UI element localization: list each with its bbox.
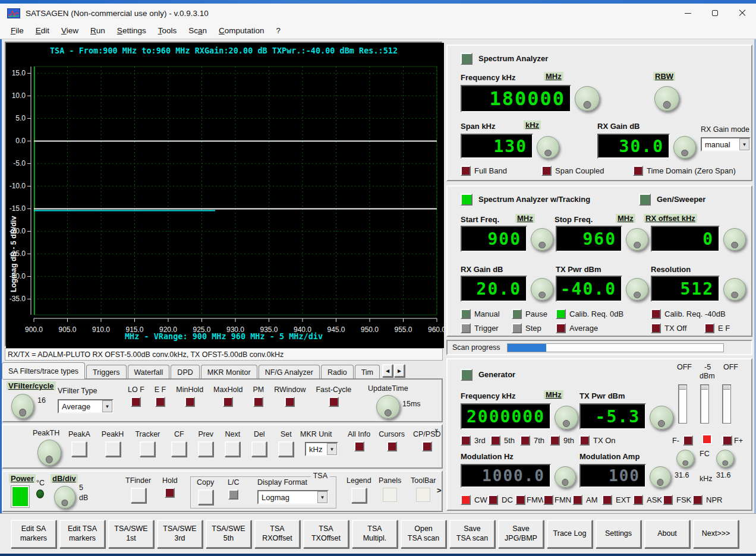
full-band-check[interactable]: Full Band (461, 166, 507, 176)
gen-frequency-knob[interactable] (555, 406, 578, 429)
vfilter-cycle-knob[interactable] (11, 394, 34, 419)
tracking-rx-gain-knob[interactable] (531, 278, 553, 301)
tx-pwr-knob[interactable] (626, 278, 648, 301)
menu-view[interactable]: View (55, 24, 84, 37)
peakh-button[interactable] (105, 441, 121, 457)
tx-on-checkbox[interactable] (579, 435, 590, 446)
lc-checkbox[interactable] (228, 489, 238, 500)
tsa-multipl-button[interactable]: TSA Multipl. (352, 520, 398, 548)
mode-ext-check[interactable]: EXT (602, 495, 631, 505)
f-plus-checkbox[interactable] (722, 435, 732, 446)
save-tsa-scan-button[interactable]: Save TSA scan (449, 520, 495, 548)
filter-check-ef[interactable]: E F (155, 386, 166, 407)
power-label[interactable]: Power (9, 474, 36, 483)
start-freq-unit-label[interactable]: MHz (515, 214, 535, 223)
trigger-checkbox[interactable] (461, 323, 471, 333)
gen-level-slider-2[interactable] (700, 384, 709, 424)
sa-rbw-knob[interactable] (654, 86, 679, 111)
modulation-amp-knob[interactable] (650, 466, 671, 488)
fc-checkbox[interactable] (702, 434, 712, 444)
tab-radio[interactable]: Radio (321, 365, 354, 379)
menu-settings[interactable]: Settings (111, 24, 152, 37)
vfilter-cycle-label[interactable]: VFilter/cycle (7, 381, 56, 390)
sa-span-knob[interactable] (537, 136, 559, 159)
power-button[interactable] (11, 486, 29, 507)
span-coupled-check[interactable]: Span Coupled (541, 166, 604, 176)
sa-rbw-label[interactable]: RBW (653, 72, 675, 81)
start-freq-knob[interactable] (531, 228, 553, 251)
average-checkbox[interactable] (556, 323, 566, 333)
filter-check-minhold[interactable]: MinHold (176, 386, 203, 407)
step-checkbox[interactable] (512, 323, 522, 333)
menu-help[interactable]: ? (270, 24, 287, 37)
sa-enable-checkbox[interactable] (461, 53, 472, 65)
npr-checkbox[interactable] (692, 495, 703, 505)
harmonic-9th-check[interactable]: 9th (550, 435, 574, 446)
filter-check-fastcycle[interactable]: Fast-Cycle (316, 386, 351, 407)
f-plus-knob[interactable] (716, 450, 734, 467)
f-minus-knob[interactable] (676, 450, 694, 467)
mode-cw-check[interactable]: CW (461, 495, 487, 505)
gen-level-slider-3[interactable] (722, 384, 731, 424)
calib-40db-check[interactable]: Calib. Req. -40dB (651, 309, 726, 319)
tx-off-checkbox[interactable] (651, 323, 661, 333)
copy-button[interactable] (198, 489, 213, 505)
tsa-swe-1st-button[interactable]: TSA/SWE 1st (108, 520, 154, 548)
cp-psd-checkbox[interactable] (422, 441, 432, 451)
sa-frequency-knob[interactable] (575, 86, 600, 111)
f-minus-checkbox[interactable] (683, 435, 693, 446)
gen-sweeper-checkbox[interactable] (639, 194, 651, 206)
menu-computation[interactable]: Computation (213, 24, 270, 37)
tab-sa-filters[interactable]: SA Filters/trace types (2, 362, 85, 379)
menu-file[interactable]: File (5, 24, 30, 37)
time-domain-checkbox[interactable] (633, 166, 643, 176)
db-div-knob[interactable] (54, 486, 75, 508)
tab-time[interactable]: Tim (355, 365, 380, 379)
all-info-checkbox[interactable] (354, 441, 364, 451)
vfilter-type-dropdown[interactable]: Average▼ (58, 399, 114, 413)
pause-checkbox[interactable] (512, 309, 522, 319)
next-button[interactable] (225, 441, 240, 457)
tx-on-check[interactable]: TX On (579, 435, 616, 446)
rwindow-checkbox[interactable] (285, 397, 295, 407)
tsa-rxoffset-button[interactable]: TSA RXOffset (254, 520, 300, 548)
harmonic-9th-checkbox[interactable] (550, 435, 560, 446)
set-button[interactable] (278, 441, 294, 457)
menu-run[interactable]: Run (84, 24, 111, 37)
tracker-button[interactable] (140, 441, 155, 457)
prev-button[interactable] (198, 441, 213, 457)
tsa-txoffset-button[interactable]: TSA TXOffset (303, 520, 349, 548)
mode-dc-check[interactable]: DC (488, 495, 513, 505)
calib-40db-checkbox[interactable] (651, 309, 661, 319)
trigger-check[interactable]: Trigger (461, 323, 499, 333)
sa-rx-gain-knob[interactable] (673, 136, 696, 159)
tsa-swe-5th-button[interactable]: TSA/SWE 5th (206, 520, 251, 548)
minhold-checkbox[interactable] (185, 397, 195, 407)
menu-tools[interactable]: Tools (152, 24, 183, 37)
ask-checkbox[interactable] (633, 495, 643, 505)
harmonic-5th-checkbox[interactable] (490, 435, 500, 446)
trace-log-button[interactable]: Trace Log (547, 520, 593, 548)
mkr-unit-dropdown[interactable]: kHz▼ (305, 442, 338, 456)
hold-group[interactable]: Hold (162, 476, 178, 498)
mode-ask-check[interactable]: ASK (633, 495, 662, 505)
filter-check-pm[interactable]: PM (253, 386, 264, 407)
pause-check[interactable]: Pause (512, 309, 547, 319)
mode-fmn-check[interactable]: FMN (543, 495, 571, 505)
save-jpg-bmp-button[interactable]: Save JPG/BMP (498, 520, 544, 548)
tab-dpd[interactable]: DPD (171, 365, 199, 379)
gen-mhz-unit-label[interactable]: MHz (544, 390, 563, 399)
tab-scroll-right-icon[interactable]: ▶ (394, 364, 405, 377)
filter-check-rwindow[interactable]: RWindow (274, 386, 305, 407)
rx-offset-label[interactable]: RX offset kHz (644, 214, 697, 223)
am-checkbox[interactable] (572, 495, 582, 505)
harmonic-7th-checkbox[interactable] (520, 435, 530, 446)
hold-checkbox[interactable] (165, 488, 175, 498)
next-button-toolbar[interactable]: Next>>> (693, 520, 739, 548)
del-button[interactable] (251, 441, 267, 457)
full-band-checkbox[interactable] (461, 166, 471, 176)
panel-corner-x[interactable]: x (435, 427, 439, 434)
display-format-dropdown[interactable]: Logmag▼ (257, 490, 329, 504)
cf-button[interactable] (171, 441, 187, 457)
tracking-enable-checkbox[interactable] (461, 194, 472, 206)
